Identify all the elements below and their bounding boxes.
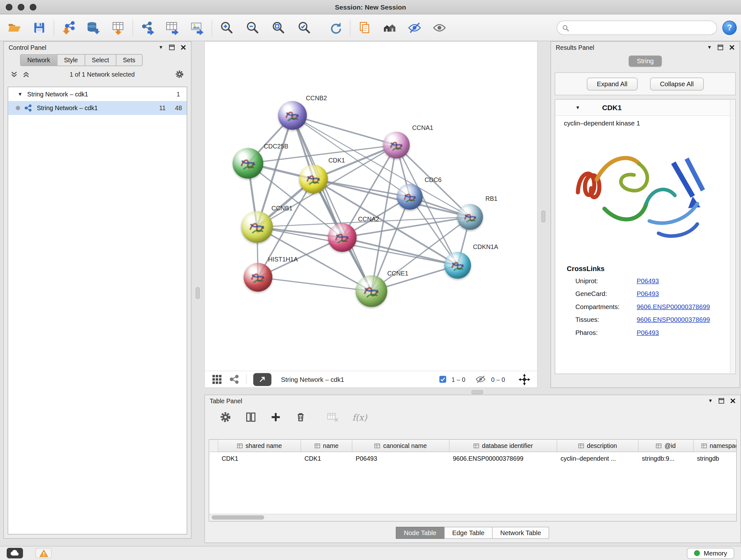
show-all-button[interactable] [431,19,448,36]
network-node-label: CCNE1 [387,270,408,277]
tab-edge-table[interactable]: Edge Table [444,527,493,539]
save-session-button[interactable] [30,19,48,36]
gene-card-header[interactable]: ▼ CDK1 [555,100,735,116]
network-node-ccna1[interactable] [383,132,410,159]
network-node-ccna2[interactable] [328,223,357,252]
tissues-link[interactable]: 9606.ENSP00000378699 [636,316,710,323]
cell-shared-name: CDK1 [218,455,301,462]
panel-collapse-icon[interactable]: ▼ [708,398,713,403]
gear-icon[interactable] [219,411,232,423]
float-panel-icon[interactable] [169,45,175,51]
memory-button[interactable]: Memory [687,548,734,559]
column-header-canonical-name[interactable]: canonical name [352,440,450,452]
network-node-ccne1[interactable] [356,275,387,307]
import-network-file-button[interactable] [60,19,77,36]
hide-selected-button[interactable] [406,19,423,36]
export-table-button[interactable] [164,19,181,36]
toolbar-separator [350,19,351,36]
close-panel-icon[interactable] [729,45,735,51]
fit-content-crosshair-icon[interactable] [519,373,531,385]
function-builder-button[interactable]: f(x) [352,412,367,422]
uniprot-link[interactable]: P06493 [636,277,659,285]
column-header-id[interactable]: @id [638,440,694,452]
collapse-all-icon[interactable] [10,71,18,78]
open-in-window-button[interactable] [253,373,272,386]
expand-all-button[interactable]: Expand All [587,77,637,90]
export-image-button[interactable] [189,19,206,36]
network-node-hist1h1a[interactable] [244,263,273,292]
float-panel-icon[interactable] [719,398,724,404]
gear-icon[interactable] [175,70,185,79]
column-header-name[interactable]: name [301,440,353,452]
delete-column-icon[interactable] [295,412,307,423]
column-header-shared-name[interactable]: shared name [218,440,301,452]
tab-sets[interactable]: Sets [116,54,143,66]
collapse-all-button[interactable]: Collapse All [650,77,704,90]
zoom-selected-button[interactable] [295,19,313,36]
gene-collapse-icon[interactable]: ▼ [576,105,580,110]
column-header-database-identifier[interactable]: database identifier [450,440,557,452]
protein-thumbnail-icon [387,135,406,154]
close-panel-icon[interactable] [730,398,736,404]
float-panel-icon[interactable] [718,45,724,51]
network-overview-icon[interactable] [229,374,239,385]
refresh-button[interactable] [327,19,344,36]
zoom-in-button[interactable] [218,19,235,36]
panel-collapse-icon[interactable]: ▼ [707,45,712,50]
help-button[interactable]: ? [723,21,737,35]
protein-thumbnail-icon [401,187,419,206]
pharos-link[interactable]: P06493 [636,329,659,336]
network-node-ccnb2[interactable] [278,101,307,130]
search-field[interactable] [557,21,718,35]
search-input[interactable] [572,23,712,32]
scrollbar-thumb[interactable] [212,515,264,520]
zoom-out-button[interactable] [244,19,261,36]
right-splitter-handle[interactable] [542,211,545,222]
network-canvas[interactable]: CCNB2CCNA1CDC25BCDK1CDC6RB1CCNB1CCNA2CDK… [205,42,537,371]
close-panel-icon[interactable] [181,45,186,51]
network-node-label: CDKN1A [473,243,498,251]
hidden-eye-icon[interactable] [475,374,486,384]
expand-all-icon[interactable] [23,71,30,78]
tree-collapse-icon[interactable]: ▼ [18,91,23,97]
results-actions: Expand All Collapse All [555,72,736,96]
column-type-icon [314,443,320,449]
selected-checkbox-icon[interactable] [439,375,447,383]
compartments-link[interactable]: 9606.ENSP00000378699 [636,303,710,311]
column-header-namespace[interactable]: namespac [694,440,737,452]
grid-view-icon[interactable] [212,374,222,385]
cloud-status-button[interactable] [7,548,23,558]
column-header-description[interactable]: description [557,440,638,452]
import-network-database-button[interactable] [85,19,102,36]
network-node-cdkn1a[interactable] [444,252,471,279]
network-node-cdk1[interactable] [299,165,328,193]
tab-style[interactable]: Style [57,54,84,66]
tree-row-network-collection[interactable]: ▼ String Network – cdk1 1 [8,87,187,101]
table-row[interactable]: CDK1 CDK1 P06493 9606.ENSP00000378699 cy… [209,452,737,464]
home-button[interactable] [381,19,398,36]
warnings-button[interactable] [36,548,52,558]
genecard-link[interactable]: P06493 [636,290,659,298]
clone-network-button[interactable] [356,19,374,36]
add-column-icon[interactable] [270,412,281,423]
panel-collapse-icon[interactable]: ▼ [158,45,163,50]
horizontal-splitter-handle[interactable] [472,390,483,394]
results-scrollbar[interactable] [730,100,735,373]
tab-node-table[interactable]: Node Table [396,527,445,539]
import-table-button[interactable] [110,19,127,36]
table-horizontal-scrollbar[interactable] [209,514,737,521]
network-node-rb1[interactable] [457,204,483,230]
export-network-button[interactable] [139,19,156,36]
tab-network[interactable]: Network [20,54,57,66]
tab-string-results[interactable]: String [629,56,662,67]
network-node-ccnb1[interactable] [241,211,273,243]
network-node-cdc25b[interactable] [232,148,263,179]
tab-select[interactable]: Select [84,54,116,66]
select-columns-icon[interactable] [245,412,257,423]
tab-network-table[interactable]: Network Table [492,527,549,539]
network-node-cdc6[interactable] [397,184,423,210]
zoom-fit-button[interactable] [270,19,287,36]
tree-row-network[interactable]: String Network – cdk1 11 48 [8,101,187,115]
left-splitter-handle[interactable] [196,287,200,299]
open-session-button[interactable] [6,19,23,36]
